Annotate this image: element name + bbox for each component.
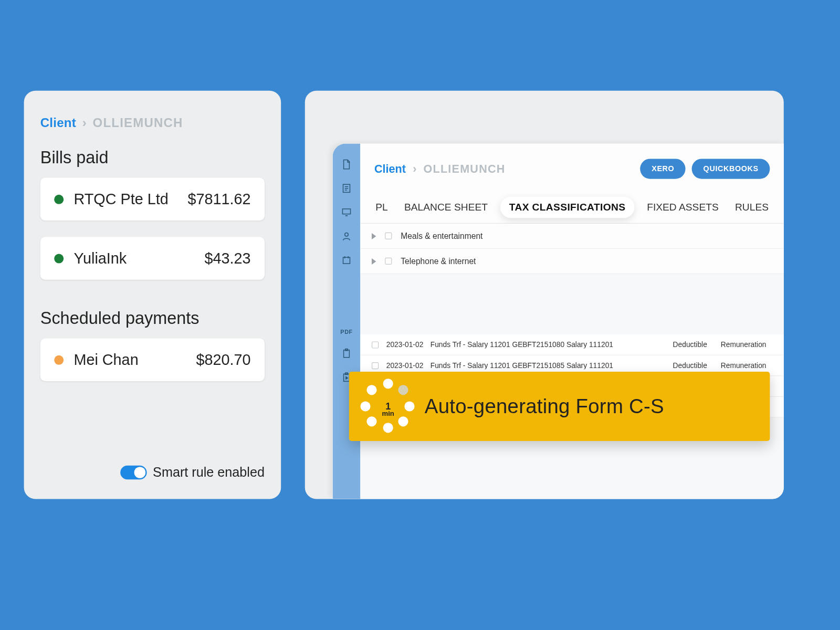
category-row[interactable]: Meals & entertainment	[361, 224, 784, 249]
checkbox[interactable]	[372, 341, 379, 348]
quickbooks-button[interactable]: QUICKBOOKS	[692, 159, 770, 178]
breadcrumb-client[interactable]: Client	[374, 162, 406, 175]
checkbox[interactable]	[385, 258, 392, 265]
txn-remuneration: Remuneration	[721, 362, 775, 369]
sidebar: PDF	[333, 144, 361, 499]
notes-icon[interactable]	[341, 183, 352, 194]
monitor-icon[interactable]	[341, 207, 352, 218]
smart-rule-toggle-row: Smart rule enabled	[120, 465, 265, 480]
txn-remuneration: Remuneration	[721, 341, 775, 348]
main-content: Client › OLLIEMUNCH XERO QUICKBOOKS PL B…	[361, 144, 784, 499]
bill-amount: $7811.62	[187, 190, 250, 208]
topbar: Client › OLLIEMUNCH XERO QUICKBOOKS	[361, 144, 784, 183]
status-dot-icon	[54, 254, 64, 263]
txn-desc: Funds Trf - Salary 11201 GEBFT2151080 Sa…	[430, 341, 673, 348]
breadcrumb-client[interactable]: Client	[40, 116, 76, 130]
scheduled-amount: $820.70	[196, 351, 250, 369]
category-name: Telephone & internet	[401, 256, 476, 266]
svg-rect-3	[343, 257, 350, 264]
expand-icon[interactable]	[372, 233, 376, 239]
chevron-right-icon: ›	[82, 116, 87, 130]
bills-paid-heading: Bills paid	[40, 148, 265, 167]
expand-icon[interactable]	[372, 258, 376, 264]
svg-rect-4	[344, 350, 350, 358]
document-icon[interactable]	[341, 159, 352, 170]
app-frame: PDF Client › OLLIEMUNCH XERO QUICKBOOKS …	[333, 144, 784, 499]
bill-row[interactable]: YuliaInk $43.23	[40, 237, 265, 280]
svg-point-2	[345, 233, 348, 236]
progress-toast: 1 min Auto-generating Form C-S	[349, 372, 770, 441]
tab-tax-classifications[interactable]: TAX CLASSIFICATIONS	[500, 196, 634, 218]
breadcrumb-client-name: OLLIEMUNCH	[424, 162, 506, 175]
bill-amount: $43.23	[205, 249, 251, 267]
txn-desc: Funds Trf - Salary 11201 GEBFT2151085 Sa…	[430, 362, 673, 369]
xero-button[interactable]: XERO	[640, 159, 686, 178]
scheduled-row[interactable]: Mei Chan $820.70	[40, 338, 265, 381]
status-dot-icon	[54, 355, 64, 364]
tab-pl[interactable]: PL	[372, 198, 392, 217]
toast-text: Auto-generating Form C-S	[425, 395, 664, 418]
chevron-right-icon: ›	[413, 162, 416, 175]
tab-rules[interactable]: RULES	[731, 198, 772, 217]
tab-fixed-assets[interactable]: FIXED ASSETS	[643, 198, 722, 217]
tab-balance-sheet[interactable]: BALANCE SHEET	[401, 198, 491, 217]
pdf-icon[interactable]: PDF	[340, 329, 352, 335]
calendar-icon[interactable]	[341, 255, 352, 266]
breadcrumb-client-name: OLLIEMUNCH	[93, 116, 183, 130]
table-row[interactable]: 2023-01-02 Funds Trf - Salary 11201 GEBF…	[361, 334, 784, 355]
svg-rect-1	[342, 209, 350, 214]
checkbox[interactable]	[372, 362, 379, 369]
checkbox[interactable]	[385, 233, 392, 239]
breadcrumb: Client › OLLIEMUNCH	[40, 116, 265, 131]
bill-row[interactable]: RTQC Pte Ltd $7811.62	[40, 177, 265, 220]
spinner-label: 1 min	[358, 401, 418, 417]
category-name: Meals & entertainment	[401, 231, 482, 240]
bill-name: RTQC Pte Ltd	[74, 190, 168, 208]
status-dot-icon	[54, 194, 64, 204]
smart-rule-label: Smart rule enabled	[153, 465, 265, 480]
txn-date: 2023-01-02	[386, 341, 430, 348]
txn-date: 2023-01-02	[386, 362, 430, 369]
scheduled-name: Mei Chan	[74, 351, 138, 369]
category-row[interactable]: Telephone & internet	[361, 249, 784, 274]
txn-deductible: Deductible	[673, 341, 721, 348]
bill-name: YuliaInk	[74, 249, 127, 267]
breadcrumb: Client › OLLIEMUNCH	[374, 162, 506, 175]
user-icon[interactable]	[341, 230, 352, 242]
clipboard-icon[interactable]	[341, 348, 352, 359]
smart-rule-toggle[interactable]	[120, 466, 146, 479]
tabs: PL BALANCE SHEET TAX CLASSIFICATIONS FIX…	[361, 183, 784, 224]
category-list: Meals & entertainment Telephone & intern…	[361, 224, 784, 274]
txn-deductible: Deductible	[673, 362, 721, 369]
payments-card: Client › OLLIEMUNCH Bills paid RTQC Pte …	[24, 91, 281, 499]
scheduled-heading: Scheduled payments	[40, 309, 265, 328]
spinner-icon: 1 min	[358, 376, 418, 436]
